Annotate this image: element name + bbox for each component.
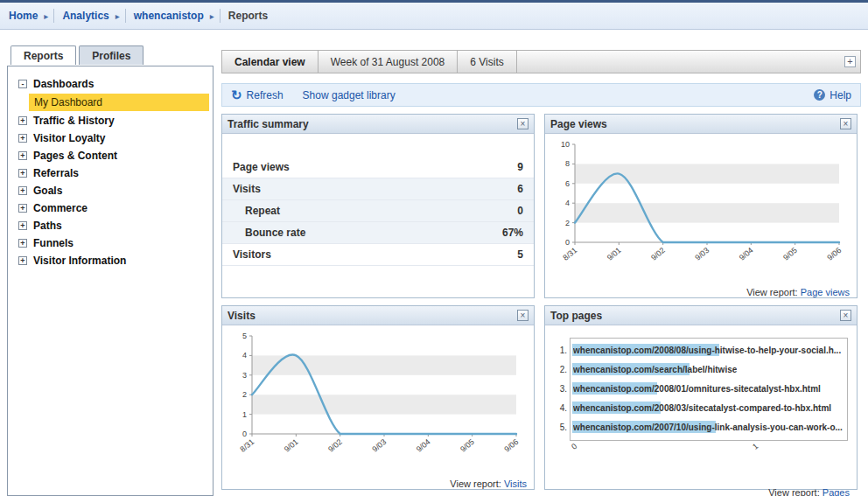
sidebar-item-paths[interactable]: +Paths xyxy=(8,217,213,234)
help-link[interactable]: Help xyxy=(830,89,851,101)
refresh-button[interactable]: Refresh xyxy=(247,89,284,101)
expand-icon[interactable]: + xyxy=(844,56,856,67)
breadcrumb-item[interactable]: Home xyxy=(9,10,38,22)
sidebar-item-goals[interactable]: +Goals xyxy=(8,182,213,199)
sidebar-item-funnels[interactable]: +Funnels xyxy=(8,234,213,252)
close-icon[interactable]: × xyxy=(840,118,851,129)
tab-profiles[interactable]: Profiles xyxy=(79,45,144,65)
expand-icon[interactable]: + xyxy=(18,239,27,248)
view-report-label: View report: xyxy=(746,287,801,297)
show-gadget-library-link[interactable]: Show gadget library xyxy=(303,89,396,101)
traffic-summary-rows: Page views9Visits6Repeat0Bounce rate67%V… xyxy=(222,157,534,266)
svg-text:2: 2 xyxy=(565,219,570,227)
top-page-link[interactable]: whencanistop.com/2008/03/sitecatalyst-co… xyxy=(573,403,831,413)
sidebar-item-label: Visitor Loyalty xyxy=(33,132,105,144)
main-content: Calendar view Week of 31 August 2008 6 V… xyxy=(221,50,861,496)
top-page-row: 2.whencanistop.com/search/label/hitwise xyxy=(570,360,847,380)
svg-text:2: 2 xyxy=(242,390,247,399)
top-page-rank: 5. xyxy=(553,423,567,432)
sidebar-item-commerce[interactable]: +Commerce xyxy=(8,199,213,217)
sidebar-tree: -DashboardsMy Dashboard+Traffic & Histor… xyxy=(7,66,214,496)
top-page-row: 5.whencanistop.com/2007/10/using-link-an… xyxy=(570,418,847,437)
gadget-header[interactable]: Page views × xyxy=(545,115,857,134)
expand-icon[interactable]: + xyxy=(18,204,27,213)
top-page-row: 4.whencanistop.com/2008/03/sitecatalyst-… xyxy=(570,399,847,418)
expand-icon[interactable]: + xyxy=(18,256,27,265)
top-page-link[interactable]: whencanistop.com/search/label/hitwise xyxy=(573,365,737,374)
gadget-visits: Visits × 0123458/319/019/029/039/049/059… xyxy=(221,305,535,490)
metric-value: 0 xyxy=(517,205,523,217)
sidebar-item-dashboards[interactable]: -Dashboards xyxy=(8,75,213,93)
axis-tick-label: 0 xyxy=(570,442,578,451)
sidebar-item-label: Commerce xyxy=(33,202,88,214)
metric-value: 9 xyxy=(517,161,523,173)
breadcrumb-item[interactable]: Analytics xyxy=(62,10,108,22)
view-report-link[interactable]: Visits xyxy=(504,479,527,489)
gadget-body: Page views9Visits6Repeat0Bounce rate67%V… xyxy=(222,157,534,321)
top-page-rank: 3. xyxy=(553,384,567,394)
close-icon[interactable]: × xyxy=(517,118,528,129)
sidebar-item-pages-content[interactable]: +Pages & Content xyxy=(8,147,213,164)
gadget-title: Page views xyxy=(550,118,607,130)
expand-icon[interactable]: + xyxy=(18,221,27,230)
gadget-body: 02468108/319/019/029/039/049/059/06 View… xyxy=(545,137,857,302)
metric-label: Bounce rate xyxy=(245,227,305,239)
svg-text:9/03: 9/03 xyxy=(370,437,388,454)
gadget-body: 0123458/319/019/029/039/049/059/06 View … xyxy=(222,329,534,493)
breadcrumb-divider xyxy=(125,9,126,23)
dashboard-toolbar: ↻ Refresh Show gadget library ? Help xyxy=(221,83,861,107)
breadcrumb: Home▸Analytics▸whencanistop▸Reports xyxy=(0,0,868,30)
view-report: View report: Page views xyxy=(746,287,850,297)
sidebar-item-my-dashboard[interactable]: My Dashboard xyxy=(29,94,209,111)
visits-summary-label: 6 Visits xyxy=(458,51,516,73)
gadget-traffic-summary: Traffic summary × Page views9Visits6Repe… xyxy=(221,114,535,298)
svg-text:4: 4 xyxy=(242,351,247,360)
expand-icon[interactable]: + xyxy=(18,151,27,160)
sidebar-item-visitor-loyalty[interactable]: +Visitor Loyalty xyxy=(8,129,213,147)
expand-icon[interactable]: + xyxy=(18,169,27,178)
metric-label: Visits xyxy=(233,183,261,195)
svg-text:4: 4 xyxy=(565,199,570,207)
gadget-body: 1.whencanistop.com/2008/08/using-hitwise… xyxy=(545,338,857,496)
sidebar-item-traffic-history[interactable]: +Traffic & History xyxy=(8,112,213,129)
svg-text:1: 1 xyxy=(242,410,247,419)
view-report-link[interactable]: Pages xyxy=(822,487,850,496)
refresh-icon[interactable]: ↻ xyxy=(231,87,242,103)
sidebar-item-label: Paths xyxy=(33,220,62,232)
view-report: View report: Pages xyxy=(768,487,850,496)
sidebar-item-visitor-information[interactable]: +Visitor Information xyxy=(8,252,213,269)
metric-value: 5 xyxy=(517,248,523,261)
calendar-view-button[interactable]: Calendar view xyxy=(222,51,318,73)
svg-text:9/05: 9/05 xyxy=(458,437,476,454)
top-page-link[interactable]: whencanistop.com/2008/08/using-hitwise-t… xyxy=(573,346,841,355)
top-pages-axis: 01 xyxy=(570,441,848,462)
gadget-header[interactable]: Visits × xyxy=(222,306,534,325)
svg-text:8/31: 8/31 xyxy=(238,437,256,454)
close-icon[interactable]: × xyxy=(517,310,528,321)
top-page-link[interactable]: whencanistop.com/2008/01/omnitures-sitec… xyxy=(573,384,821,394)
expand-icon[interactable]: + xyxy=(18,186,27,195)
close-icon[interactable]: × xyxy=(840,310,851,321)
sidebar-item-referrals[interactable]: +Referrals xyxy=(8,164,213,182)
gadget-header[interactable]: Traffic summary × xyxy=(222,115,534,134)
view-report-link[interactable]: Page views xyxy=(801,287,850,297)
date-range-label: Week of 31 August 2008 xyxy=(318,51,458,73)
tab-reports[interactable]: Reports xyxy=(10,45,76,65)
breadcrumb-separator-icon: ▸ xyxy=(44,11,48,21)
gadget-header[interactable]: Top pages × xyxy=(545,306,857,325)
expand-icon[interactable]: + xyxy=(18,116,27,125)
sidebar-item-label: Referrals xyxy=(33,167,79,179)
gadget-title: Top pages xyxy=(550,310,602,322)
sidebar: ReportsProfiles -DashboardsMy Dashboard+… xyxy=(7,45,214,496)
svg-text:10: 10 xyxy=(561,140,570,149)
gadget-top-pages: Top pages × 1.whencanistop.com/2008/08/u… xyxy=(544,305,858,490)
collapse-icon[interactable]: - xyxy=(18,80,27,88)
top-page-link[interactable]: whencanistop.com/2007/10/using-link-anal… xyxy=(573,423,843,432)
breadcrumb-item[interactable]: whencanistop xyxy=(134,10,204,22)
help-icon[interactable]: ? xyxy=(814,89,825,101)
gadget-title: Visits xyxy=(228,310,256,322)
expand-icon[interactable]: + xyxy=(18,134,27,143)
svg-text:0: 0 xyxy=(565,238,570,247)
view-report-label: View report: xyxy=(768,487,822,496)
svg-text:9/06: 9/06 xyxy=(825,246,843,262)
